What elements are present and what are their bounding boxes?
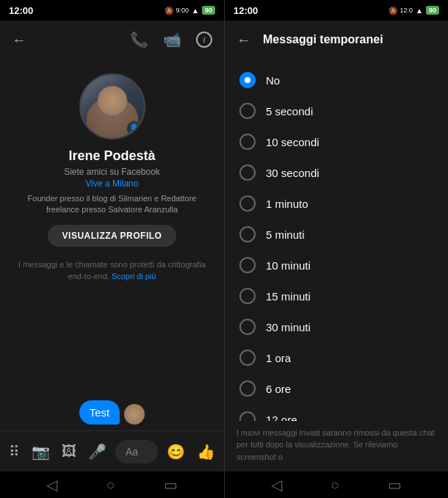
option-item[interactable]: 12 ore: [225, 404, 448, 421]
call-icon[interactable]: 📞: [130, 31, 148, 48]
option-label: 6 ore: [266, 383, 291, 395]
home-nav-icon[interactable]: ○: [106, 477, 115, 494]
left-content: 👤 Irene Podestà Siete amici su Facebook …: [0, 59, 224, 430]
left-panel: 12:00 🔕 9:00 ▲ 90 ← 📞 📹 i 👤 Irene Podest…: [0, 0, 224, 498]
message-input[interactable]: Aa: [115, 440, 158, 463]
option-item[interactable]: 10 minuti: [225, 250, 448, 281]
option-item[interactable]: 5 minuti: [225, 219, 448, 250]
option-label: 30 secondi: [266, 167, 319, 179]
option-label: 5 minuti: [266, 228, 305, 241]
back-nav-icon[interactable]: ◁: [46, 476, 57, 494]
option-item[interactable]: 30 minuti: [225, 311, 448, 342]
mute-icon: 🔕: [165, 7, 173, 15]
option-item[interactable]: 1 ora: [225, 342, 448, 373]
left-bottom-nav: ◁ ○ ▭: [0, 472, 224, 498]
option-item[interactable]: No: [225, 65, 448, 95]
right-wifi: ▲: [416, 7, 423, 15]
radio-button[interactable]: [239, 165, 256, 181]
right-back-nav[interactable]: ◁: [271, 476, 282, 494]
right-time: 12:00: [234, 5, 258, 16]
option-item[interactable]: 1 minuto: [225, 188, 448, 219]
option-label: 1 minuto: [266, 198, 308, 210]
avatar: 👤: [79, 73, 145, 140]
info-icon[interactable]: i: [196, 32, 212, 48]
option-item[interactable]: 30 secondi: [225, 157, 448, 188]
radio-button[interactable]: [239, 257, 256, 273]
wifi-icon: ▲: [192, 7, 199, 15]
radio-button[interactable]: [239, 350, 256, 366]
right-menu-nav[interactable]: ▭: [388, 476, 402, 494]
option-label: 10 minuti: [266, 259, 311, 272]
signal-icon: 9:00: [176, 7, 189, 14]
options-list: No5 secondi10 secondi30 secondi1 minuto5…: [225, 59, 448, 421]
battery-icon: 90: [202, 6, 215, 15]
right-status-bar: 12:00 🔕 12:0 ▲ 90: [225, 0, 448, 21]
video-icon[interactable]: 📹: [163, 31, 181, 48]
right-back-button[interactable]: ←: [236, 32, 251, 48]
left-status-bar: 12:00 🔕 9:00 ▲ 90: [0, 0, 224, 21]
chat-area: Test: [71, 283, 154, 430]
profile-subtitle: Siete amici su Facebook: [64, 167, 160, 177]
left-header: ← 📞 📹 i: [0, 21, 224, 59]
radio-button[interactable]: [239, 72, 256, 88]
menu-nav-icon[interactable]: ▭: [164, 476, 178, 494]
radio-button[interactable]: [239, 411, 256, 421]
right-status-icons: 🔕 12:0 ▲ 90: [389, 6, 439, 15]
radio-button[interactable]: [239, 226, 256, 242]
back-button[interactable]: ←: [12, 32, 26, 48]
radio-button[interactable]: [239, 380, 256, 397]
header-action-icons: 📞 📹 i: [130, 31, 212, 48]
option-item[interactable]: 6 ore: [225, 373, 448, 404]
profile-location: Vive a Milano: [86, 178, 139, 189]
right-header: ← Messaggi temporanei: [225, 21, 448, 59]
option-item[interactable]: 5 secondi: [225, 95, 448, 126]
chat-bubble: Test: [79, 400, 120, 425]
profile-name: Irene Podestà: [68, 148, 155, 164]
option-label: 15 minuti: [266, 290, 311, 303]
radio-button[interactable]: [239, 103, 256, 119]
chat-avatar: [124, 404, 145, 425]
right-panel: 12:00 🔕 12:0 ▲ 90 ← Messaggi temporanei …: [224, 0, 448, 498]
radio-button[interactable]: [239, 195, 256, 212]
option-label: 10 secondi: [266, 136, 319, 148]
camera-icon[interactable]: 📷: [29, 440, 53, 463]
option-label: 12 ore: [266, 414, 297, 421]
apps-icon[interactable]: ⠿: [6, 440, 23, 463]
input-bar: ⠿ 📷 🖼 🎤 Aa 😊 👍: [0, 430, 224, 472]
option-label: 5 secondi: [266, 105, 313, 118]
mic-icon[interactable]: 🎤: [85, 440, 109, 463]
right-battery: 90: [426, 6, 439, 15]
option-item[interactable]: 15 minuti: [225, 281, 448, 311]
photo-icon[interactable]: 🖼: [59, 440, 79, 463]
view-profile-button[interactable]: VISUALIZZA PROFILO: [48, 225, 177, 247]
radio-button[interactable]: [239, 134, 256, 150]
avatar-badge: 👤: [126, 120, 142, 137]
chat-row: Test: [79, 400, 145, 425]
footer-note: I nuovi messaggi inviati saranno rimossi…: [225, 421, 448, 472]
bell-icon: 🔕: [389, 7, 397, 15]
input-placeholder: Aa: [126, 446, 138, 458]
option-item[interactable]: 10 secondi: [225, 126, 448, 157]
right-signal: 12:0: [400, 7, 413, 14]
left-status-icons: 🔕 9:00 ▲ 90: [165, 6, 215, 15]
encryption-notice: I messaggi e le chiamate sono protetti d…: [12, 259, 212, 283]
right-home-nav[interactable]: ○: [330, 477, 339, 494]
learn-more-link[interactable]: Scopri di più: [112, 272, 156, 281]
left-time: 12:00: [9, 5, 33, 16]
right-bottom-nav: ◁ ○ ▭: [225, 472, 448, 498]
radio-button[interactable]: [239, 319, 256, 335]
right-title: Messaggi temporanei: [263, 33, 383, 46]
radio-button[interactable]: [239, 288, 256, 304]
emoji-icon[interactable]: 😊: [164, 440, 188, 463]
option-label: No: [266, 74, 280, 87]
option-label: 30 minuti: [266, 321, 311, 333]
option-label: 1 ora: [266, 352, 291, 364]
profile-bio: Founder presso il blog di Silmarien e Re…: [12, 193, 212, 216]
like-icon[interactable]: 👍: [194, 440, 218, 463]
